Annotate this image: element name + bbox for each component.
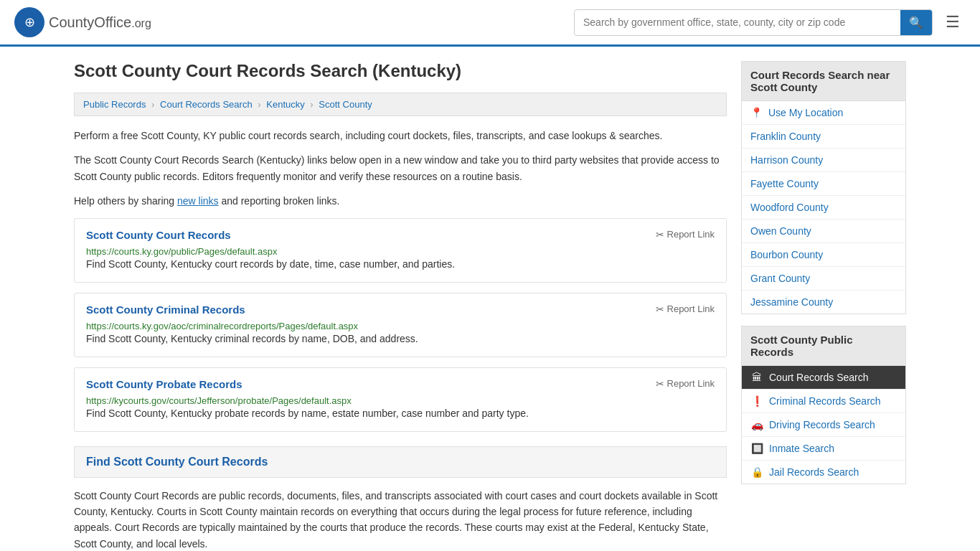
driving-records-icon: 🚗 (750, 419, 763, 430)
record-title-0[interactable]: Scott County Court Records (86, 229, 231, 241)
record-card-2: Scott County Probate Records ✂ Report Li… (74, 367, 727, 432)
find-section-text: Scott County Court Records are public re… (74, 488, 727, 551)
sidebar-public-records-3[interactable]: 🔲 Inmate Search (742, 437, 905, 461)
report-icon-2: ✂ (656, 378, 664, 390)
inmate-search-icon: 🔲 (750, 443, 763, 454)
record-desc-2: Find Scott County, Kentucky probate reco… (86, 406, 715, 421)
find-section: Find Scott County Court Records (74, 446, 727, 478)
sidebar-county-link-4[interactable]: Owen County (750, 225, 811, 237)
sidebar-county-0[interactable]: Franklin County (742, 125, 905, 149)
sidebar-county-2[interactable]: Fayette County (742, 172, 905, 196)
jail-records-icon: 🔒 (750, 466, 763, 478)
court-records-icon: 🏛 (750, 372, 763, 383)
logo-area: ⊕ CountyOffice.org (14, 7, 151, 37)
menu-button[interactable]: ☰ (940, 10, 966, 34)
description-1: Perform a free Scott County, KY public c… (74, 128, 727, 143)
find-section-title: Find Scott County Court Records (86, 456, 715, 468)
sidebar-county-7[interactable]: Jessamine County (742, 291, 905, 314)
nearby-section: 📍 Use My Location Franklin County Harris… (741, 101, 906, 314)
sidebar-county-1[interactable]: Harrison County (742, 149, 905, 172)
sidebar-county-link-0[interactable]: Franklin County (750, 131, 821, 142)
record-url-2[interactable]: https://kycourts.gov/courts/Jefferson/pr… (86, 395, 352, 406)
record-desc-0: Find Scott County, Kentucky court record… (86, 257, 715, 272)
public-records-section: 🏛 Court Records Search ❗ Criminal Record… (741, 366, 906, 484)
record-desc-1: Find Scott County, Kentucky criminal rec… (86, 331, 715, 347)
sidebar-public-records-link-2[interactable]: Driving Records Search (769, 419, 875, 430)
sidebar-public-records-4[interactable]: 🔒 Jail Records Search (742, 461, 905, 484)
search-input[interactable] (575, 11, 900, 34)
report-icon-1: ✂ (656, 303, 664, 315)
description-3: Help others by sharing new links and rep… (74, 193, 727, 209)
sidebar-county-link-5[interactable]: Bourbon County (750, 249, 823, 260)
sidebar-county-link-1[interactable]: Harrison County (750, 154, 823, 166)
header-right: 🔍 ☰ (574, 9, 966, 36)
page-title: Scott County Court Records Search (Kentu… (74, 61, 727, 81)
site-header: ⊕ CountyOffice.org 🔍 ☰ (0, 0, 980, 47)
use-my-location-link[interactable]: Use My Location (768, 107, 843, 118)
sidebar-public-records-0[interactable]: 🏛 Court Records Search (742, 366, 905, 390)
sidebar-county-link-7[interactable]: Jessamine County (750, 296, 833, 308)
sidebar-county-link-6[interactable]: Grant County (750, 273, 810, 284)
record-url-1[interactable]: https://courts.ky.gov/aoc/criminalrecord… (86, 321, 358, 331)
sidebar-county-link-3[interactable]: Woodford County (750, 202, 829, 213)
page-container: Scott County Court Records Search (Kentu… (60, 47, 920, 551)
sidebar-public-records-link-4[interactable]: Jail Records Search (769, 466, 859, 478)
sidebar-county-3[interactable]: Woodford County (742, 196, 905, 220)
breadcrumb: Public Records › Court Records Search › … (74, 93, 727, 116)
breadcrumb-court-records-search[interactable]: Court Records Search (160, 99, 253, 110)
record-card-0: Scott County Court Records ✂ Report Link… (74, 218, 727, 283)
logo-text: CountyOffice.org (49, 14, 151, 31)
record-title-2[interactable]: Scott County Probate Records (86, 378, 242, 390)
new-links-link[interactable]: new links (177, 195, 219, 207)
sidebar-public-records-1[interactable]: ❗ Criminal Records Search (742, 390, 905, 413)
logo-icon: ⊕ (14, 7, 44, 37)
sidebar-public-records-link-1[interactable]: Criminal Records Search (769, 395, 881, 407)
breadcrumb-kentucky[interactable]: Kentucky (266, 99, 304, 110)
breadcrumb-scott-county[interactable]: Scott County (319, 99, 372, 110)
report-icon-0: ✂ (656, 229, 664, 240)
main-content: Scott County Court Records Search (Kentu… (74, 61, 727, 551)
sidebar-public-records-link-0[interactable]: Court Records Search (769, 372, 869, 383)
record-card-1: Scott County Criminal Records ✂ Report L… (74, 293, 727, 357)
location-icon: 📍 (750, 107, 763, 118)
report-link-btn-0[interactable]: ✂ Report Link (656, 229, 715, 240)
search-button[interactable]: 🔍 (900, 10, 932, 35)
use-my-location-item[interactable]: 📍 Use My Location (742, 101, 905, 125)
sidebar: Court Records Search near Scott County 📍… (741, 61, 906, 551)
sidebar-county-4[interactable]: Owen County (742, 220, 905, 243)
record-title-1[interactable]: Scott County Criminal Records (86, 303, 245, 316)
report-link-btn-2[interactable]: ✂ Report Link (656, 378, 715, 390)
sidebar-county-6[interactable]: Grant County (742, 267, 905, 291)
public-records-section-title: Scott County Public Records (741, 326, 906, 366)
sidebar-public-records-link-3[interactable]: Inmate Search (769, 443, 834, 454)
breadcrumb-public-records[interactable]: Public Records (83, 99, 146, 110)
nearby-section-title: Court Records Search near Scott County (741, 61, 906, 101)
search-bar: 🔍 (574, 9, 933, 36)
report-link-btn-1[interactable]: ✂ Report Link (656, 303, 715, 315)
criminal-records-icon: ❗ (750, 395, 763, 407)
record-url-0[interactable]: https://courts.ky.gov/public/Pages/defau… (86, 246, 277, 257)
description-2: The Scott County Court Records Search (K… (74, 152, 727, 184)
sidebar-county-5[interactable]: Bourbon County (742, 243, 905, 267)
sidebar-county-link-2[interactable]: Fayette County (750, 178, 819, 189)
sidebar-public-records-2[interactable]: 🚗 Driving Records Search (742, 413, 905, 437)
